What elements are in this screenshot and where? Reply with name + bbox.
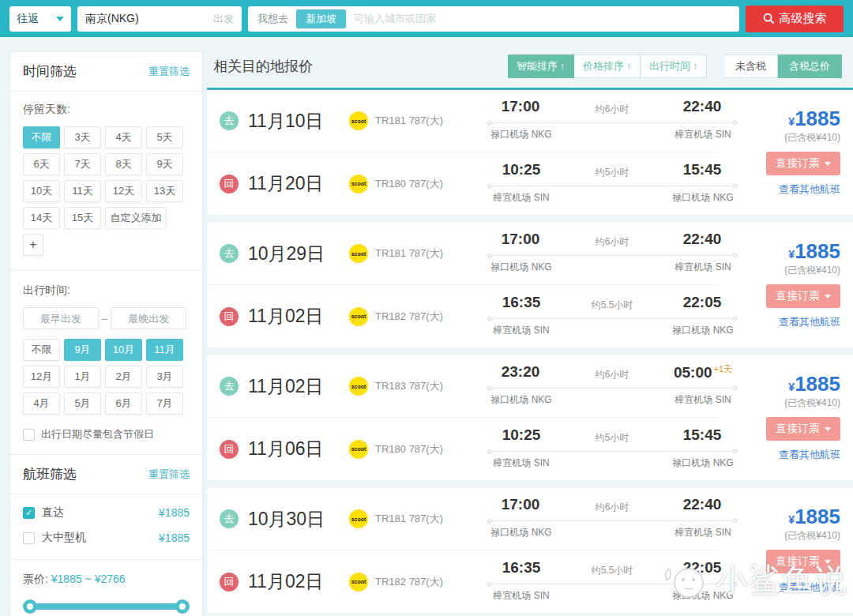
month-option[interactable]: 9月 xyxy=(64,339,101,361)
stay-days-option[interactable]: 不限 xyxy=(23,126,60,148)
slider-handle-max[interactable] xyxy=(175,599,190,614)
other-flights-link[interactable]: 查看其他航班 xyxy=(779,580,840,595)
flight-filter-option-label: 大中型机 xyxy=(42,531,86,545)
outbound-date: 10月30日 xyxy=(248,507,349,531)
stay-days-option[interactable]: 11天 xyxy=(64,180,101,202)
airline-logo: scoot xyxy=(349,509,368,528)
sort-button[interactable]: 出行时间 ↑ xyxy=(641,54,707,78)
price-filter-range: ¥1885 ~ ¥2766 xyxy=(51,573,126,585)
other-flights-link[interactable]: 查看其他航班 xyxy=(779,448,840,462)
flight-filter-reset-link[interactable]: 重置筛选 xyxy=(148,468,190,482)
origin-input[interactable] xyxy=(85,13,188,25)
stay-days-option[interactable]: 10天 xyxy=(23,180,60,202)
stay-days-option[interactable]: 15天 xyxy=(64,207,101,229)
price-block: ¥1885 (已含税¥410) 直接订票 查看其他航班 xyxy=(766,488,840,613)
month-option[interactable]: 不限 xyxy=(23,339,60,361)
book-button[interactable]: 直接订票 xyxy=(766,417,840,441)
stay-days-option[interactable]: 8天 xyxy=(105,153,142,175)
price-value: ¥1885 xyxy=(788,108,840,129)
month-option[interactable]: 10月 xyxy=(105,339,142,361)
outbound-flight-row[interactable]: 去 10月30日 scoot TR181 787(大) 17:00 约6小时 2… xyxy=(207,488,719,550)
book-button[interactable]: 直接订票 xyxy=(766,152,840,175)
carrier-info: scoot TR182 787(大) xyxy=(349,307,474,326)
outbound-flight-row[interactable]: 去 11月02日 scoot TR183 787(大) 23:20 约6小时 0… xyxy=(207,355,719,418)
stay-days-custom-button[interactable]: 自定义添加 xyxy=(105,207,167,229)
return-icon: 回 xyxy=(220,175,239,193)
caret-down-icon xyxy=(825,295,831,299)
holiday-checkbox[interactable]: ✓ xyxy=(23,429,35,441)
flight-number: TR181 787(大) xyxy=(375,246,443,261)
flight-number: TR182 787(大) xyxy=(375,310,443,324)
flight-filter-option-row: ✓ 直达 ¥1885 xyxy=(23,505,190,520)
stay-days-option[interactable]: 12天 xyxy=(105,180,142,202)
other-flights-link[interactable]: 查看其他航班 xyxy=(779,315,840,329)
outbound-flight-row[interactable]: 去 11月10日 scoot TR181 787(大) 17:00 约6小时 2… xyxy=(207,90,719,152)
stay-days-option[interactable]: 4天 xyxy=(105,126,142,148)
destination-tag[interactable]: 新加坡 xyxy=(296,9,346,28)
sort-button[interactable]: 价格排序 ↑ xyxy=(574,54,641,78)
route-line xyxy=(488,388,736,389)
month-option[interactable]: 12月 xyxy=(23,366,60,388)
sort-button[interactable]: 智能排序 ↑ xyxy=(508,54,574,78)
departure-time: 16:35 xyxy=(474,559,569,580)
book-button[interactable]: 直接订票 xyxy=(766,284,840,308)
time-filter-reset-link[interactable]: 重置筛选 xyxy=(148,65,190,79)
arrival-airport: 禄口机场 NKG xyxy=(656,589,750,605)
price-filter-label: 票价: xyxy=(23,573,48,585)
trip-type-select[interactable]: 往返 xyxy=(9,6,71,32)
latest-depart-input[interactable] xyxy=(111,307,186,329)
destination-field: 我想去 新加坡 xyxy=(248,6,739,32)
tax-toggle-button[interactable]: 未含税 xyxy=(724,54,778,78)
slider-handle-min[interactable] xyxy=(23,599,37,614)
departure-time: 10:25 xyxy=(474,426,569,447)
tax-note: (已含税¥410) xyxy=(784,131,840,145)
outbound-flight-row[interactable]: 去 10月29日 scoot TR181 787(大) 17:00 约6小时 2… xyxy=(207,223,719,285)
slider-track[interactable] xyxy=(24,603,188,610)
price-range-slider xyxy=(24,599,188,614)
stay-days-option[interactable]: 5天 xyxy=(146,126,183,148)
return-flight-row[interactable]: 回 11月06日 scoot TR180 787(大) 10:25 约5小时 1… xyxy=(207,418,719,480)
month-option[interactable]: 4月 xyxy=(23,393,60,415)
holiday-checkbox-label: 出行日期尽量包含节假日 xyxy=(41,427,154,441)
stay-days-option[interactable]: 9天 xyxy=(146,153,183,175)
month-option[interactable]: 3月 xyxy=(146,366,183,388)
arrival-time: 05:00+1天 xyxy=(656,363,750,384)
return-date: 11月02日 xyxy=(248,569,349,594)
stay-days-option[interactable]: 6天 xyxy=(23,153,60,175)
stay-days-option[interactable]: 7天 xyxy=(64,153,101,175)
book-button[interactable]: 直接订票 xyxy=(766,550,840,573)
stay-days-option[interactable]: 3天 xyxy=(64,126,101,148)
month-option[interactable]: 1月 xyxy=(64,366,101,388)
flight-filter-checkbox[interactable]: ✓ xyxy=(23,532,35,544)
month-option[interactable]: 6月 xyxy=(105,393,142,415)
month-option[interactable]: 11月 xyxy=(146,339,183,361)
flight-filter-checkbox[interactable]: ✓ xyxy=(23,507,35,519)
departure-time: 10:25 xyxy=(474,161,569,182)
route-info: 17:00 约6小时 22:40 禄口机场 NKG 樟宜机场 SIN xyxy=(474,98,750,144)
other-flights-link[interactable]: 查看其他航班 xyxy=(779,182,840,197)
arrival-time: 22:40 xyxy=(656,231,750,251)
flight-number: TR180 787(大) xyxy=(375,442,443,456)
month-option[interactable]: 7月 xyxy=(146,393,183,415)
airline-logo: scoot xyxy=(349,111,368,130)
month-option[interactable]: 2月 xyxy=(105,366,142,388)
month-option[interactable]: 5月 xyxy=(64,393,101,415)
return-flight-row[interactable]: 回 11月02日 scoot TR182 787(大) 16:35 约5.5小时… xyxy=(207,285,719,347)
stay-days-option[interactable]: 13天 xyxy=(146,180,183,202)
tax-toggle-group: 未含税 含税总价 xyxy=(724,54,842,78)
stay-days-add-button[interactable]: + xyxy=(23,234,43,256)
advanced-search-button[interactable]: 高级搜索 xyxy=(746,6,844,32)
tax-toggle-button[interactable]: 含税总价 xyxy=(778,54,842,78)
airline-logo: scoot xyxy=(349,307,368,326)
return-date: 11月20日 xyxy=(248,171,349,196)
flight-duration: 约6小时 xyxy=(569,98,656,118)
stay-days-option[interactable]: 14天 xyxy=(23,207,60,229)
earliest-depart-input[interactable] xyxy=(23,307,99,329)
return-flight-row[interactable]: 回 11月20日 scoot TR180 787(大) 10:25 约5小时 1… xyxy=(207,152,719,215)
carrier-info: scoot TR182 787(大) xyxy=(349,573,474,592)
return-flight-row[interactable]: 回 11月02日 scoot TR182 787(大) 16:35 约5.5小时… xyxy=(207,550,719,613)
route-info: 17:00 约6小时 22:40 禄口机场 NKG 樟宜机场 SIN xyxy=(474,231,750,276)
destination-input[interactable] xyxy=(354,13,730,24)
departure-time: 17:00 xyxy=(474,98,569,118)
flight-duration: 约6小时 xyxy=(569,363,656,384)
